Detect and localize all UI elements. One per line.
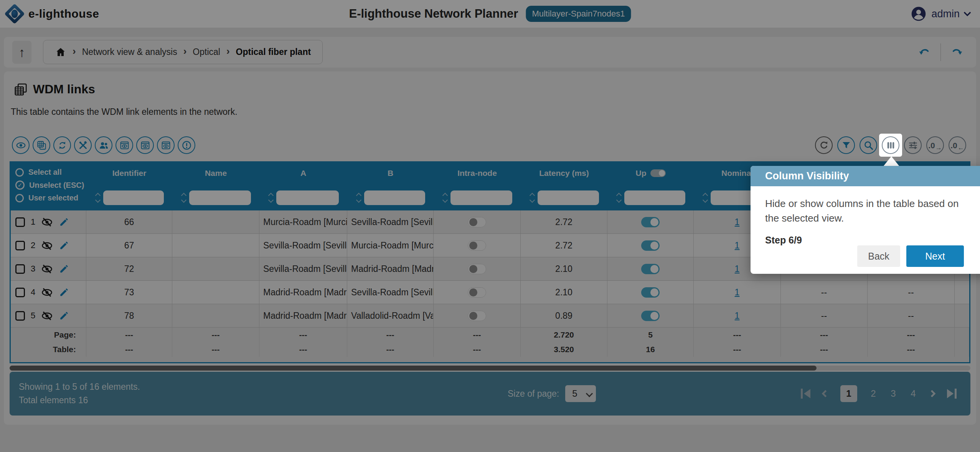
tour-popup-arrow: [883, 156, 899, 166]
tour-popup-title: Column Visibility: [751, 166, 980, 186]
tour-popup: Column Visibility Hide or show columns i…: [751, 166, 980, 274]
tour-popup-body: Hide or show columns in the table based …: [751, 186, 965, 225]
back-button[interactable]: Back: [857, 245, 900, 267]
next-button[interactable]: Next: [906, 245, 964, 267]
tour-buttons: Back Next: [857, 245, 964, 267]
highlighted-column-visibility-button[interactable]: [879, 134, 902, 157]
tour-step-indicator: Step 6/9: [765, 235, 980, 246]
columns-icon: [886, 140, 896, 151]
column-visibility-button[interactable]: [882, 136, 899, 154]
app-root: e-lighthouse E-lighthouse Network Planne…: [0, 0, 980, 452]
